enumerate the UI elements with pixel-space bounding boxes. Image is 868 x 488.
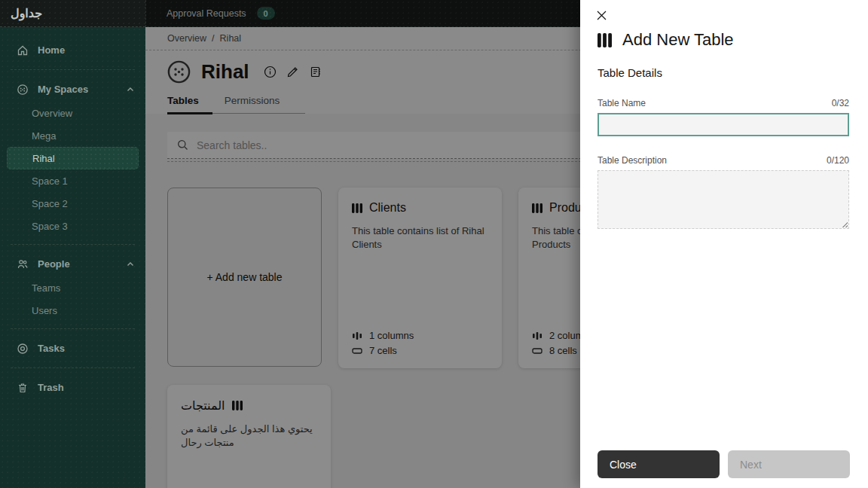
table-description-label-row: Table Description 0/120 (598, 155, 849, 166)
sidebar-section-my-spaces[interactable]: My Spaces (0, 77, 145, 102)
close-icon[interactable] (594, 8, 609, 23)
sidebar-item-label: Teams (32, 282, 60, 294)
table-name-label: Table Name (598, 98, 646, 108)
drawer-footer: Close Next (598, 450, 850, 478)
trash-can-icon (17, 382, 29, 394)
sidebar-item-label: Users (32, 305, 57, 316)
sidebar-divider (11, 69, 135, 70)
sidebar-item-label: Trash (38, 382, 64, 393)
modal-dim-overlay-top (145, 0, 580, 27)
sidebar-divider (11, 328, 135, 329)
chevron-up-icon (126, 85, 135, 94)
sidebar-item-rihal[interactable]: Rihal (7, 147, 139, 169)
close-button[interactable]: Close (598, 450, 720, 478)
sidebar-item-space-2[interactable]: Space 2 (0, 192, 145, 215)
sidebar-item-space-3[interactable]: Space 3 (0, 215, 145, 237)
sidebar-divider (11, 244, 135, 245)
drawer-title: Add New Table (622, 30, 734, 50)
sidebar-section-people[interactable]: People (0, 252, 145, 276)
sidebar-section-label: People (38, 258, 70, 270)
next-button[interactable]: Next (728, 450, 850, 478)
sidebar: Home My Spaces Overview Mega Rihal Space… (0, 27, 145, 488)
two-persons-icon (17, 258, 29, 270)
table-description-label: Table Description (598, 155, 667, 166)
table-details-heading: Table Details (598, 66, 849, 79)
sidebar-item-overview[interactable]: Overview (0, 102, 145, 124)
sidebar-item-label: Overview (32, 108, 72, 119)
modal-dim-overlay[interactable] (145, 27, 580, 488)
sidebar-item-mega[interactable]: Mega (0, 124, 145, 147)
dotted-circle-icon (17, 84, 29, 96)
sidebar-item-home[interactable]: Home (0, 38, 145, 63)
table-description-wrap (598, 170, 849, 229)
table-name-label-row: Table Name 0/32 (598, 98, 849, 108)
app-logo: جداول (0, 6, 145, 20)
sidebar-item-users[interactable]: Users (0, 299, 145, 322)
sidebar-item-label: Home (38, 44, 65, 56)
table-name-input[interactable] (598, 113, 849, 136)
sidebar-item-label: Tasks (38, 343, 65, 354)
sidebar-item-space-1[interactable]: Space 1 (0, 169, 145, 192)
sidebar-item-label: Space 1 (32, 175, 68, 187)
target-circle-icon (17, 343, 29, 355)
sidebar-divider (11, 368, 135, 368)
sidebar-section-label: My Spaces (38, 84, 88, 95)
add-new-table-drawer: Add New Table Table Details Table Name 0… (580, 0, 868, 488)
drawer-title-row: Add New Table (598, 0, 849, 50)
sidebar-item-label: Space 2 (32, 198, 68, 209)
house-icon (17, 44, 29, 56)
sidebar-item-teams[interactable]: Teams (0, 276, 145, 299)
table-description-textarea[interactable] (598, 170, 849, 229)
three-bars-icon (598, 32, 612, 48)
chevron-up-icon (126, 260, 135, 269)
sidebar-item-label: Rihal (32, 153, 55, 164)
sidebar-item-trash[interactable]: Trash (0, 375, 145, 400)
sidebar-item-tasks[interactable]: Tasks (0, 336, 145, 361)
sidebar-item-label: Mega (32, 130, 57, 142)
table-name-counter: 0/32 (832, 98, 849, 108)
sidebar-item-label: Space 3 (32, 221, 68, 232)
table-description-counter: 0/120 (827, 155, 849, 166)
